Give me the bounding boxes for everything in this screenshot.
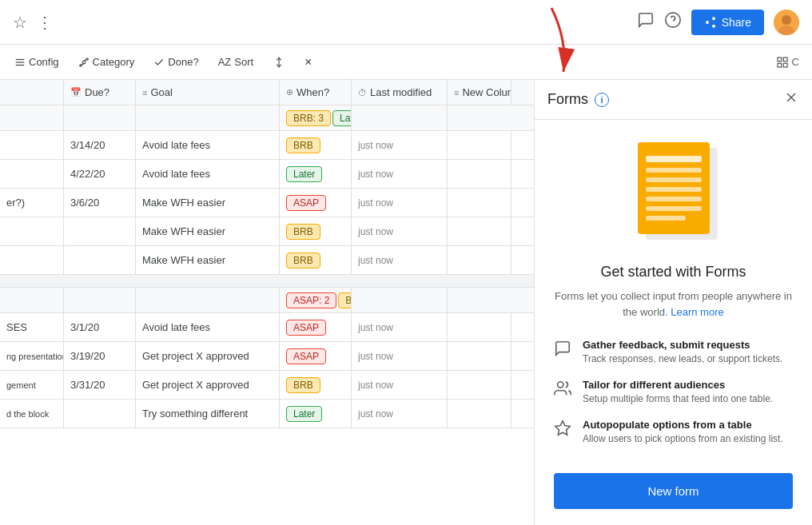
row-4-newcol <box>448 217 511 245</box>
col-header-due[interactable]: 📅 Due? <box>64 80 136 105</box>
row-8-due: 3/31/20 <box>64 371 136 399</box>
group-1-label <box>0 105 64 130</box>
svg-line-12 <box>81 63 83 64</box>
svg-rect-16 <box>783 63 787 67</box>
group-1-goal <box>136 105 280 130</box>
avatar <box>774 10 799 35</box>
brb-tag: BRB <box>286 137 320 153</box>
audiences-icon <box>554 380 573 399</box>
svg-point-0 <box>665 13 679 27</box>
toolbar-right: C <box>770 53 806 72</box>
asap-tag: ASAP <box>286 195 326 211</box>
row-9-due <box>64 400 136 428</box>
row-1-goal: Avoid late fees <box>136 131 280 159</box>
row-7-tag: ASAP <box>280 342 352 370</box>
svg-point-10 <box>79 64 81 66</box>
row-2-tag: Later <box>280 160 352 188</box>
group-2-label <box>0 288 64 312</box>
asap-tag-2: ASAP <box>286 320 326 336</box>
brb-count-tag: BRB: 3 <box>286 110 331 126</box>
table-row: 4/22/20 Avoid late fees Later just now <box>0 160 534 189</box>
done-button[interactable]: Done? <box>145 53 206 71</box>
feature-item-1: Gather feedback, submit requests Track r… <box>554 339 793 366</box>
row-3-tag: ASAP <box>280 189 352 217</box>
share-button[interactable]: Share <box>691 10 764 35</box>
share-label: Share <box>722 16 751 29</box>
row-2-newcol <box>448 160 511 188</box>
category-label: Category <box>93 56 135 68</box>
sheet-area: 📅 Due? ≡ Goal ⊕ When? ⏱ Last modified ≡ … <box>0 80 534 525</box>
late-tag: Late <box>332 110 352 126</box>
row-1-due: 3/14/20 <box>64 131 136 159</box>
row-1-tag: BRB <box>280 131 352 159</box>
svg-rect-26 <box>646 187 702 192</box>
help-icon[interactable] <box>664 11 682 33</box>
row-8-goal: Get project X approved <box>136 371 280 399</box>
group-2-due <box>64 288 136 312</box>
more-icon[interactable]: ⋮ <box>37 13 53 32</box>
feedback-icon <box>554 340 573 359</box>
row-2-goal: Avoid late fees <box>136 160 280 188</box>
col-goal-label: Goal <box>150 86 172 98</box>
modified-icon: ⏱ <box>358 88 367 97</box>
feature-text-1: Gather feedback, submit requests Track r… <box>583 339 793 366</box>
col-header-new[interactable]: ≡ New Colum <box>448 80 511 105</box>
row-5-due <box>64 246 136 274</box>
close-filter-button[interactable]: × <box>297 52 320 73</box>
row-7-modified: just now <box>352 342 448 370</box>
svg-point-30 <box>558 382 563 388</box>
col-due-label: Due? <box>85 86 109 98</box>
col-header-goal[interactable]: ≡ Goal <box>136 80 280 105</box>
feature-desc-1: Track responses, new leads, or support t… <box>583 352 793 366</box>
group-row-2: ASAP: 2 BR <box>0 288 534 313</box>
forms-panel-content: Get started with Forms Forms let you col… <box>535 120 812 525</box>
group-2-modified <box>352 288 448 312</box>
row-7-goal: Get project X approved <box>136 342 280 370</box>
forms-heading: Get started with Forms <box>600 264 746 280</box>
brb-tag-2: BRB <box>286 224 320 240</box>
asap-tag-3: ASAP <box>286 348 326 364</box>
row-3-due: 3/6/20 <box>64 189 136 217</box>
row-1-newcol <box>448 131 511 159</box>
feature-title-1: Gather feedback, submit requests <box>583 339 793 351</box>
row-5-modified: just now <box>352 246 448 274</box>
main-area: 📅 Due? ≡ Goal ⊕ When? ⏱ Last modified ≡ … <box>0 80 812 525</box>
forms-panel-title: Forms i <box>547 91 609 108</box>
row-2-modified: just now <box>352 160 448 188</box>
row-9-goal: Try something different <box>136 400 280 428</box>
col-header-modified[interactable]: ⏱ Last modified <box>352 80 448 105</box>
table-row: Make WFH easier BRB just now <box>0 246 534 275</box>
adjust-button[interactable] <box>265 53 293 72</box>
grid-view-button[interactable]: C <box>770 53 806 72</box>
sort-label: Sort <box>234 56 253 68</box>
row-5-goal: Make WFH easier <box>136 246 280 274</box>
group-2-tags: ASAP: 2 BR <box>280 288 352 312</box>
new-form-button[interactable]: New form <box>554 473 793 509</box>
category-button[interactable]: Category <box>70 53 143 71</box>
learn-more-link[interactable]: Learn more <box>671 306 723 318</box>
sort-button[interactable]: AZ Sort <box>210 53 261 71</box>
svg-rect-14 <box>778 58 782 62</box>
col-header-empty <box>0 80 64 105</box>
section-spacer <box>0 275 534 288</box>
info-icon[interactable]: i <box>595 93 609 107</box>
star-icon[interactable]: ☆ <box>13 13 27 32</box>
toolbar: Config Category Done? AZ Sort × C <box>0 45 812 80</box>
feature-item-3: Autopopulate options from a table Allow … <box>554 419 793 446</box>
row-8-label: gement <box>0 371 64 399</box>
svg-marker-31 <box>555 420 570 434</box>
sheet-rows: BRB: 3 Late 3/14/20 Avoid late fees BRB … <box>0 105 534 428</box>
row-3-label: er?) <box>0 189 64 217</box>
group-row-1: BRB: 3 Late <box>0 105 534 131</box>
close-panel-button[interactable] <box>783 89 799 109</box>
col-header-when[interactable]: ⊕ When? <box>280 80 352 105</box>
svg-rect-28 <box>646 206 702 211</box>
forms-panel: Forms i <box>534 80 812 525</box>
config-button[interactable]: Config <box>6 53 67 71</box>
row-8-newcol <box>448 371 511 399</box>
row-6-goal: Avoid late fees <box>136 313 280 341</box>
row-6-due: 3/1/20 <box>64 313 136 341</box>
chat-icon[interactable] <box>637 11 655 33</box>
close-icon: × <box>304 55 312 70</box>
row-6-newcol <box>448 313 511 341</box>
